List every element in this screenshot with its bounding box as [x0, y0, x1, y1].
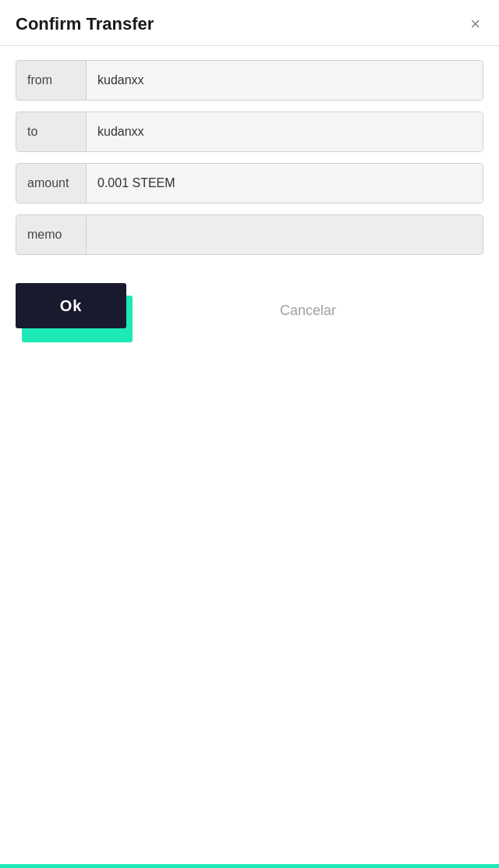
to-value: kudanxx	[87, 112, 483, 151]
ok-button[interactable]: Ok	[16, 283, 126, 328]
header-divider	[0, 45, 499, 46]
bottom-accent-bar	[0, 864, 499, 868]
amount-field-row: amount 0.001 STEEM	[16, 163, 483, 204]
confirm-transfer-dialog: Confirm Transfer × from kudanxx to kudan…	[0, 0, 499, 868]
cancel-button[interactable]: Cancelar	[133, 290, 483, 331]
from-label: from	[16, 61, 87, 100]
to-label: to	[16, 112, 87, 151]
memo-label: memo	[16, 215, 87, 254]
form-section: from kudanxx to kudanxx amount 0.001 STE…	[0, 60, 499, 255]
from-value: kudanxx	[87, 61, 483, 100]
to-field-row: to kudanxx	[16, 112, 483, 152]
dialog-header: Confirm Transfer ×	[0, 0, 499, 45]
memo-value	[87, 215, 483, 254]
actions-row: Ok Cancelar	[0, 266, 499, 338]
close-button[interactable]: ×	[467, 16, 483, 33]
memo-field-row: memo	[16, 214, 483, 255]
amount-label: amount	[16, 164, 87, 203]
from-field-row: from kudanxx	[16, 60, 483, 101]
amount-value: 0.001 STEEM	[87, 164, 483, 203]
ok-button-wrapper: Ok	[16, 283, 133, 338]
dialog-title: Confirm Transfer	[16, 14, 154, 34]
